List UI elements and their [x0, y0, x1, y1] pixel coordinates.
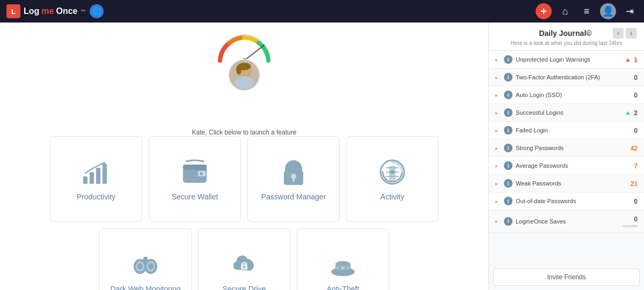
journal-subtitle: Here is a look at what you did during la… — [511, 40, 623, 46]
topnav: L LogmeOnce™ 🌐 + ⌂ ≡ 👤 ⇥ — [0, 0, 644, 23]
password-manager-icon — [279, 157, 309, 187]
profile-section: Kate, Click below to launch a feature — [192, 31, 297, 136]
journal-item: ▸ i LogmeOnce Saves 0 minutes — [489, 210, 644, 233]
svg-rect-11 — [90, 172, 94, 184]
journal-item-label: Two-Factor Authentication (2FA) — [516, 74, 631, 80]
journal-next-button[interactable]: › — [626, 28, 636, 39]
svg-rect-12 — [96, 168, 100, 184]
journal-item-value: 7 — [634, 162, 638, 170]
journal-item-value: 1 — [634, 56, 638, 64]
tile-activity[interactable]: Activity — [346, 136, 438, 222]
journal-item-label: Out-of-date Passwords — [516, 198, 631, 204]
expand-icon[interactable]: ▸ — [495, 145, 501, 151]
journal-item-value: 0 — [634, 92, 638, 99]
svg-rect-13 — [103, 163, 107, 184]
journal-prev-button[interactable]: ‹ — [613, 28, 624, 39]
info-icon: i — [504, 91, 513, 99]
svg-point-41 — [339, 267, 341, 270]
info-icon: i — [504, 161, 513, 170]
svg-text:L: L — [11, 8, 16, 16]
right-panel: Daily Journal© ‹ › Here is a look at wha… — [488, 23, 644, 290]
topnav-left: L LogmeOnce™ 🌐 — [6, 4, 104, 18]
svg-rect-20 — [292, 177, 295, 182]
main-content: Kate, Click below to launch a feature Pr… — [0, 23, 644, 290]
svg-point-17 — [200, 172, 203, 175]
svg-point-4 — [262, 44, 265, 47]
expand-icon[interactable]: ▸ — [495, 57, 501, 63]
journal-item: ▸ i Average Passwords 7 — [489, 157, 644, 175]
menu-button[interactable]: ≡ — [579, 3, 595, 19]
activity-icon — [377, 157, 407, 187]
journal-item-label: Unprotected Login Warnings — [516, 56, 621, 63]
add-button[interactable]: + — [536, 3, 552, 19]
journal-item-label: Average Passwords — [516, 162, 631, 169]
expand-icon[interactable]: ▸ — [495, 181, 501, 187]
expand-icon[interactable]: ▸ — [495, 110, 501, 116]
info-icon: i — [504, 108, 513, 117]
info-icon: i — [504, 144, 513, 152]
journal-item-value: 0 — [634, 198, 638, 205]
tile-activity-label: Activity — [380, 192, 404, 201]
tile-secure-drive-label: Secure Drive — [223, 285, 266, 290]
dark-web-monitoring-icon — [130, 249, 160, 279]
productivity-icon — [81, 157, 111, 187]
logout-button[interactable]: ⇥ — [621, 3, 638, 19]
journal-item-unit: minutes — [623, 224, 638, 228]
tile-anti-theft-label: Anti-Theft — [327, 285, 360, 290]
expand-icon[interactable]: ▸ — [495, 218, 501, 224]
anti-theft-icon — [328, 249, 358, 279]
secure-wallet-icon — [180, 157, 210, 187]
svg-line-2 — [244, 46, 263, 61]
svg-point-6 — [235, 76, 254, 89]
avatar-nav[interactable]: 👤 — [600, 3, 616, 19]
tile-dark-web-monitoring[interactable]: Dark Web Monitoring — [99, 228, 192, 290]
journal-item-label: Successful Logins — [516, 109, 621, 116]
info-icon: i — [504, 126, 513, 135]
svg-point-32 — [137, 263, 143, 270]
journal-item-label: Weak Passwords — [516, 180, 627, 187]
journal-item: ▸ i Failed Login 0 — [489, 122, 644, 139]
info-icon: i — [504, 197, 513, 205]
expand-icon[interactable]: ▸ — [495, 198, 501, 204]
journal-item: ▸ i Strong Passwords 42 — [489, 139, 644, 157]
tiles-row-1: Productivity Secure Wallet — [50, 136, 438, 222]
info-icon: i — [504, 217, 513, 226]
tile-password-manager[interactable]: Password Manager — [247, 136, 340, 222]
avatar-illustration — [229, 60, 259, 90]
journal-item-label: Auto Login (SSO) — [516, 92, 631, 98]
journal-header: Daily Journal© ‹ › Here is a look at wha… — [489, 23, 644, 51]
journal-item-value: 2 — [634, 109, 638, 117]
journal-item: ▸ i Successful Logins ▲ 2 — [489, 104, 644, 122]
tiles-row-2: Dark Web Monitoring Secure Drive — [99, 228, 389, 290]
svg-rect-34 — [143, 257, 148, 264]
globe-icon[interactable]: 🌐 — [90, 4, 104, 18]
expand-icon[interactable]: ▸ — [495, 92, 501, 98]
invite-friends-button[interactable]: Invite Friends — [493, 269, 640, 286]
expand-icon[interactable]: ▸ — [495, 75, 501, 80]
profile-label: Kate, Click below to launch a feature — [192, 129, 297, 136]
topnav-right: + ⌂ ≡ 👤 ⇥ — [536, 3, 638, 19]
svg-point-33 — [148, 263, 153, 270]
journal-item: ▸ i Unprotected Login Warnings ▲ 1 — [489, 51, 644, 69]
info-icon: i — [504, 179, 513, 188]
svg-rect-10 — [83, 176, 87, 184]
journal-item: ▸ i Out-of-date Passwords 0 — [489, 192, 644, 210]
info-icon: i — [504, 55, 513, 64]
secure-drive-icon — [229, 249, 259, 279]
journal-item-value: 42 — [631, 145, 638, 152]
tile-secure-drive[interactable]: Secure Drive — [198, 228, 290, 290]
tile-anti-theft[interactable]: Anti-Theft — [297, 228, 389, 290]
home-button[interactable]: ⌂ — [557, 3, 573, 19]
profile-avatar — [228, 59, 260, 91]
tile-secure-wallet[interactable]: Secure Wallet — [149, 136, 241, 222]
arrow-icon: ▲ — [625, 56, 631, 63]
journal-item-label: Failed Login — [516, 127, 631, 133]
tile-productivity[interactable]: Productivity — [50, 136, 142, 222]
expand-icon[interactable]: ▸ — [495, 163, 501, 169]
svg-rect-15 — [183, 165, 207, 170]
left-panel: Kate, Click below to launch a feature Pr… — [0, 23, 488, 290]
expand-icon[interactable]: ▸ — [495, 128, 501, 133]
svg-point-36 — [243, 266, 245, 268]
svg-point-42 — [345, 267, 348, 270]
journal-item-value: 21 — [631, 180, 638, 188]
